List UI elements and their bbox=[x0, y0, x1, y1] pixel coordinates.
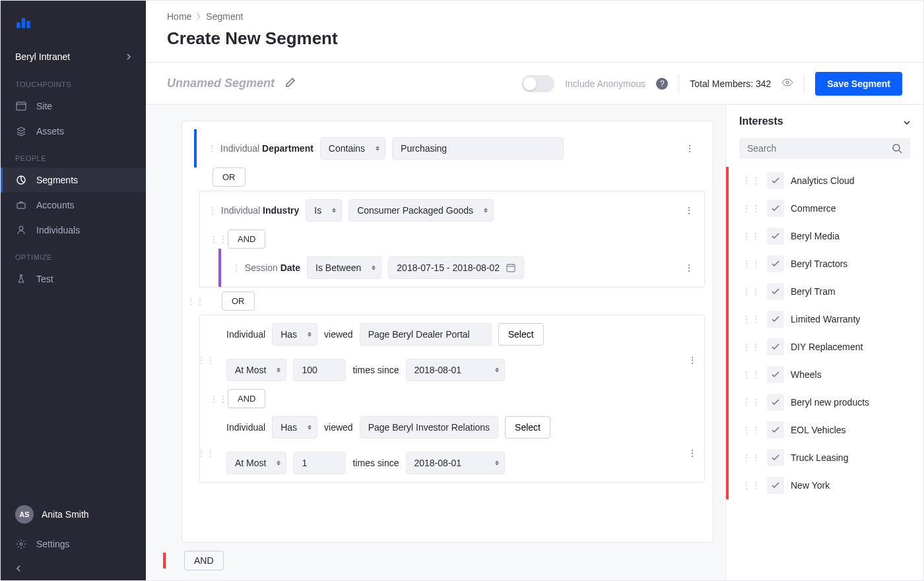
nav-individuals[interactable]: Individuals bbox=[1, 218, 146, 243]
rule-scope: Individual bbox=[221, 205, 260, 216]
workspace-selector[interactable]: Beryl Intranet bbox=[1, 44, 146, 70]
limit-value-input[interactable]: 100 bbox=[293, 359, 346, 381]
interest-name: Wheels bbox=[791, 369, 822, 380]
drag-handle[interactable]: ⋮⋮ bbox=[209, 394, 216, 404]
interest-item[interactable]: ⋮⋮Limited Warranty bbox=[726, 305, 923, 333]
drag-handle[interactable]: ⋮⋮ bbox=[742, 452, 760, 463]
drag-handle[interactable]: ⋮⋮ bbox=[742, 480, 760, 491]
connector-and[interactable]: AND bbox=[228, 389, 265, 408]
connector-and[interactable]: AND bbox=[184, 551, 224, 570]
rule-group: ⋮⋮ Individual Has viewed Page Beryl Deal… bbox=[199, 315, 705, 483]
drag-handle[interactable]: ⋮⋮ bbox=[742, 203, 760, 214]
interest-item[interactable]: ⋮⋮Analytics Cloud bbox=[726, 167, 923, 195]
drag-handle[interactable]: ⋮⋮ bbox=[742, 397, 760, 408]
include-anonymous-toggle[interactable] bbox=[521, 75, 554, 92]
rule-block: ⋮⋮ Individual Department Contains Purcha… bbox=[194, 129, 705, 168]
drag-handle[interactable]: ⋮⋮ bbox=[742, 231, 760, 241]
date-range-input[interactable]: 2018-07-15 - 2018-08-02 bbox=[388, 257, 524, 279]
drag-handle[interactable]: ⋮⋮ bbox=[742, 314, 760, 324]
rule-menu[interactable]: ⋮ bbox=[682, 202, 696, 218]
limit-op-select[interactable]: At Most bbox=[226, 452, 286, 474]
interest-item[interactable]: ⋮⋮Beryl new products bbox=[726, 388, 923, 416]
preview-button[interactable] bbox=[781, 76, 793, 90]
svg-rect-6 bbox=[17, 203, 25, 208]
nav-site[interactable]: Site bbox=[1, 94, 146, 119]
nav-accounts[interactable]: Accounts bbox=[1, 193, 146, 218]
date-select[interactable]: 2018-08-01 bbox=[406, 452, 505, 474]
svg-rect-2 bbox=[26, 21, 30, 28]
eye-icon bbox=[781, 76, 793, 88]
page-input[interactable]: Page Beryl Investor Relations bbox=[360, 416, 498, 439]
nav-settings[interactable]: Settings bbox=[1, 532, 146, 557]
nav-assets[interactable]: Assets bbox=[1, 119, 146, 144]
drag-handle[interactable]: ⋮⋮ bbox=[742, 369, 760, 380]
drag-handle[interactable]: ⋮⋮ bbox=[742, 175, 760, 186]
crumb-home[interactable]: Home bbox=[167, 11, 191, 22]
interest-item[interactable]: ⋮⋮Beryl Tram bbox=[726, 278, 923, 305]
user-row[interactable]: AS Anita Smith bbox=[1, 497, 146, 532]
has-select[interactable]: Has bbox=[272, 323, 317, 346]
person-icon bbox=[15, 224, 27, 236]
drag-handle[interactable]: ⋮⋮ bbox=[197, 355, 203, 365]
connector-or[interactable]: OR bbox=[213, 168, 246, 187]
workspace-name: Beryl Intranet bbox=[15, 51, 70, 62]
search-input[interactable] bbox=[747, 143, 886, 154]
interest-item[interactable]: ⋮⋮Beryl Media bbox=[726, 222, 923, 250]
operator-select[interactable]: Contains bbox=[320, 137, 385, 160]
chevron-right-icon bbox=[197, 13, 201, 20]
connector-and[interactable]: AND bbox=[228, 229, 265, 249]
drag-handle[interactable]: ⋮⋮ bbox=[209, 234, 216, 245]
edit-name-button[interactable] bbox=[285, 77, 296, 90]
interest-item[interactable]: ⋮⋮Commerce bbox=[726, 195, 923, 222]
operator-select[interactable]: Is Between bbox=[307, 257, 381, 279]
connector-or[interactable]: OR bbox=[222, 291, 255, 311]
limit-value-input[interactable]: 1 bbox=[293, 452, 346, 474]
interest-item[interactable]: ⋮⋮DIY Replacement bbox=[726, 333, 923, 361]
drag-handle[interactable]: ⋮⋮ bbox=[186, 296, 193, 307]
nav-test[interactable]: Test bbox=[1, 266, 146, 291]
breadcrumb: Home Segment bbox=[146, 1, 923, 22]
rule-scope: Individual bbox=[220, 143, 259, 154]
check-icon bbox=[767, 449, 784, 466]
drag-handle[interactable]: ⋮⋮ bbox=[742, 259, 760, 269]
chevron-right-icon bbox=[126, 53, 131, 60]
flask-icon bbox=[15, 273, 27, 285]
interest-item[interactable]: ⋮⋮Truck Leasing bbox=[726, 444, 923, 472]
interest-item[interactable]: ⋮⋮EOL Vehicles bbox=[726, 416, 923, 444]
select-page-button[interactable]: Select bbox=[505, 416, 550, 439]
drag-handle[interactable]: ⋮⋮ bbox=[208, 205, 214, 216]
rule-menu[interactable]: ⋮ bbox=[682, 140, 697, 156]
interest-item[interactable]: ⋮⋮New York bbox=[726, 472, 923, 499]
date-select[interactable]: 2018-08-01 bbox=[406, 359, 505, 381]
interests-search[interactable] bbox=[739, 138, 910, 159]
has-select[interactable]: Has bbox=[272, 416, 317, 439]
value-input[interactable]: Purchasing bbox=[392, 137, 564, 160]
interest-item[interactable]: ⋮⋮Beryl Tractors bbox=[726, 250, 923, 278]
nav-segments[interactable]: Segments bbox=[1, 168, 146, 193]
crumb-segment[interactable]: Segment bbox=[206, 11, 243, 22]
svg-point-9 bbox=[786, 81, 789, 84]
drag-handle[interactable]: ⋮⋮ bbox=[207, 143, 214, 154]
rule-menu[interactable]: ⋮ bbox=[685, 352, 700, 368]
nav-label: Test bbox=[36, 274, 53, 284]
operator-select[interactable]: Is bbox=[306, 199, 342, 222]
drag-handle[interactable]: ⋮⋮ bbox=[742, 286, 760, 297]
save-button[interactable]: Save Segment bbox=[815, 72, 902, 96]
drag-handle[interactable]: ⋮⋮ bbox=[197, 448, 203, 458]
drag-handle[interactable]: ⋮⋮ bbox=[742, 342, 760, 352]
interest-item[interactable]: ⋮⋮Wheels bbox=[726, 361, 923, 388]
rule-scope: Individual bbox=[226, 422, 265, 433]
collapse-sidebar[interactable] bbox=[1, 557, 146, 580]
svg-rect-3 bbox=[16, 102, 26, 110]
value-select[interactable]: Consumer Packaged Goods bbox=[348, 199, 494, 222]
limit-op-select[interactable]: At Most bbox=[226, 359, 286, 381]
select-page-button[interactable]: Select bbox=[498, 323, 544, 346]
rule-menu[interactable]: ⋮ bbox=[685, 445, 700, 461]
rule-menu[interactable]: ⋮ bbox=[682, 260, 696, 276]
interests-collapse[interactable] bbox=[904, 115, 910, 127]
drag-handle[interactable]: ⋮⋮ bbox=[742, 425, 760, 435]
rule-group: ⋮⋮ Individual Industry Is Consumer Packa… bbox=[199, 191, 705, 288]
drag-handle[interactable]: ⋮⋮ bbox=[232, 262, 238, 273]
help-button[interactable]: ? bbox=[656, 78, 668, 90]
page-input[interactable]: Page Beryl Dealer Portal bbox=[360, 323, 492, 346]
